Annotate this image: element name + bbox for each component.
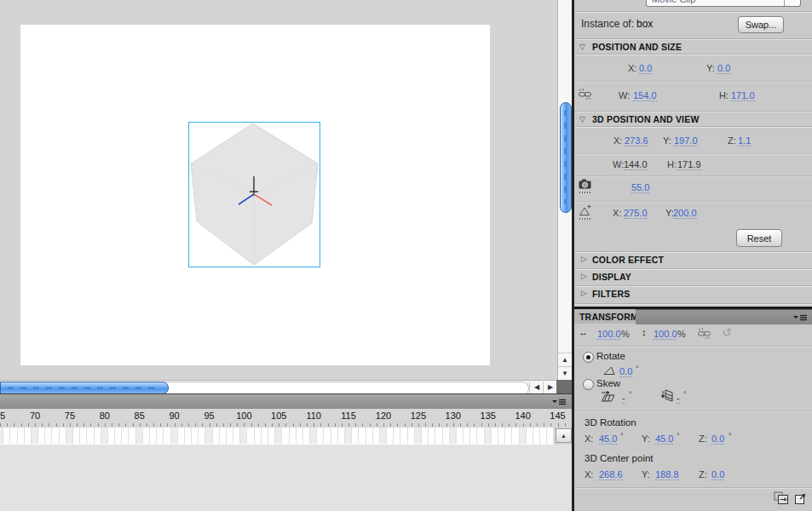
frame-cell[interactable] — [178, 428, 185, 444]
frame-cell[interactable] — [464, 428, 470, 444]
section-3d-position[interactable]: 3D POSITION AND VIEW — [592, 114, 700, 124]
frame-cell[interactable] — [297, 428, 303, 444]
rotate-value[interactable]: 0.0 — [619, 366, 632, 377]
frame-cell[interactable] — [220, 428, 227, 444]
frame-cell[interactable] — [205, 428, 212, 444]
frame-cell[interactable] — [80, 428, 87, 444]
frame-cell[interactable] — [262, 428, 268, 444]
frame-cell[interactable] — [470, 428, 477, 444]
frame-cell[interactable] — [366, 428, 373, 444]
constrain-link-icon[interactable] — [578, 88, 592, 102]
tab-transform[interactable]: TRANSFORM — [574, 309, 636, 324]
x3d-value[interactable]: 273.6 — [625, 135, 648, 146]
frame-cell[interactable] — [18, 428, 25, 444]
perspective-angle-value[interactable]: 55.0 — [631, 182, 649, 193]
section-color-effect[interactable]: COLOR EFFECT — [592, 255, 664, 265]
frame-cell[interactable] — [450, 428, 457, 444]
frame-cell[interactable] — [268, 428, 275, 444]
scroll-down-arrow-icon[interactable]: ▼ — [558, 366, 572, 381]
frame-cell[interactable] — [95, 428, 101, 444]
section-display[interactable]: DISPLAY — [592, 272, 631, 282]
frame-cell[interactable] — [547, 428, 554, 444]
constrain-link-icon[interactable] — [697, 327, 711, 342]
frame-cell[interactable] — [171, 428, 178, 444]
skew-radio[interactable] — [583, 379, 594, 390]
skew-h-value[interactable]: - — [622, 393, 625, 404]
vertical-scrollbar-thumb[interactable] — [560, 102, 572, 213]
frame-cell[interactable] — [240, 428, 247, 444]
frame-cell[interactable] — [290, 428, 297, 444]
rot3d-y-value[interactable]: 45.0 — [655, 433, 673, 445]
frame-cell[interactable] — [310, 428, 317, 444]
frame-cell[interactable] — [66, 428, 73, 444]
frame-cell[interactable] — [505, 428, 512, 444]
z3d-value[interactable]: 1.1 — [738, 135, 751, 146]
frame-cell[interactable] — [45, 428, 52, 444]
frame-cell[interactable] — [492, 428, 498, 444]
scale-x-value[interactable]: 100.0 — [597, 329, 621, 340]
frame-cell[interactable] — [352, 428, 359, 444]
disclosure-triangle-icon[interactable]: ▷ — [581, 272, 587, 280]
frame-cell[interactable] — [87, 428, 94, 444]
frame-cell[interactable] — [129, 428, 135, 444]
selection-bounding-box[interactable] — [188, 122, 320, 267]
frame-cell[interactable] — [101, 428, 108, 444]
frame-cell[interactable] — [233, 428, 240, 444]
frame-cell[interactable] — [540, 428, 547, 444]
frame-cell[interactable] — [157, 428, 164, 444]
timeline-scroll-up-arrow-icon[interactable]: ▲ — [556, 428, 572, 443]
x-value[interactable]: 0.0 — [639, 63, 652, 74]
skew-v-value[interactable]: - — [677, 393, 680, 404]
frame-cell[interactable] — [359, 428, 366, 444]
frame-cell[interactable] — [275, 428, 282, 444]
frame-cell[interactable] — [533, 428, 540, 444]
frame-cell[interactable] — [10, 428, 17, 444]
frame-cell[interactable] — [192, 428, 199, 444]
frame-cell[interactable] — [73, 428, 80, 444]
frame-cell[interactable] — [227, 428, 233, 444]
disclosure-triangle-icon[interactable]: ▽ — [579, 43, 585, 51]
frame-cell[interactable] — [373, 428, 380, 444]
frame-cell[interactable] — [400, 428, 407, 444]
h-value[interactable]: 171.0 — [731, 90, 755, 101]
section-position-size[interactable]: POSITION AND SIZE — [592, 42, 682, 52]
scroll-left-arrow-icon[interactable]: ◀ — [529, 382, 544, 393]
frame-cell[interactable] — [485, 428, 492, 444]
scroll-up-arrow-icon[interactable]: ▲ — [558, 353, 572, 367]
perspective-camera-icon[interactable] — [579, 179, 591, 193]
stage-horizontal-scrollbar[interactable]: ◀ ▶ — [0, 380, 556, 394]
panel-menu-icon[interactable] — [793, 314, 807, 321]
frame-cell[interactable] — [108, 428, 115, 444]
scroll-right-arrow-icon[interactable]: ▶ — [543, 382, 557, 393]
frame-cell[interactable] — [282, 428, 289, 444]
frame-cell[interactable] — [122, 428, 129, 444]
center3d-y-value[interactable]: 188.8 — [655, 469, 679, 480]
frame-cell[interactable] — [435, 428, 442, 444]
w-value[interactable]: 154.0 — [633, 90, 657, 101]
frame-cell[interactable] — [415, 428, 422, 444]
frame-cell[interactable] — [115, 428, 122, 444]
y3d-value[interactable]: 197.0 — [674, 135, 698, 146]
frame-cell[interactable] — [520, 428, 527, 444]
frame-cell[interactable] — [185, 428, 192, 444]
rot3d-x-value[interactable]: 45.0 — [599, 433, 617, 445]
frame-cell[interactable] — [52, 428, 59, 444]
frame-cell[interactable] — [331, 428, 338, 444]
frame-cell[interactable] — [255, 428, 262, 444]
timeline-frame-cells[interactable] — [0, 428, 554, 445]
panel-menu-icon[interactable] — [552, 399, 566, 405]
timeline-panel-header[interactable] — [0, 393, 572, 409]
frame-cell[interactable] — [25, 428, 32, 444]
frame-cell[interactable] — [429, 428, 435, 444]
symbol-type-dropdown[interactable]: Movie Clip — [646, 0, 801, 7]
swap-button[interactable]: Swap... — [738, 16, 784, 33]
vanishing-point-icon[interactable] — [579, 204, 592, 220]
frame-cell[interactable] — [477, 428, 484, 444]
frame-cell[interactable] — [387, 428, 394, 444]
frame-cell[interactable] — [527, 428, 533, 444]
remove-transform-icon[interactable] — [794, 491, 808, 507]
reset-button[interactable]: Reset — [736, 229, 782, 247]
center3d-z-value[interactable]: 0.0 — [711, 469, 724, 480]
rotate-radio[interactable] — [583, 352, 594, 363]
y-value[interactable]: 0.0 — [717, 63, 730, 74]
